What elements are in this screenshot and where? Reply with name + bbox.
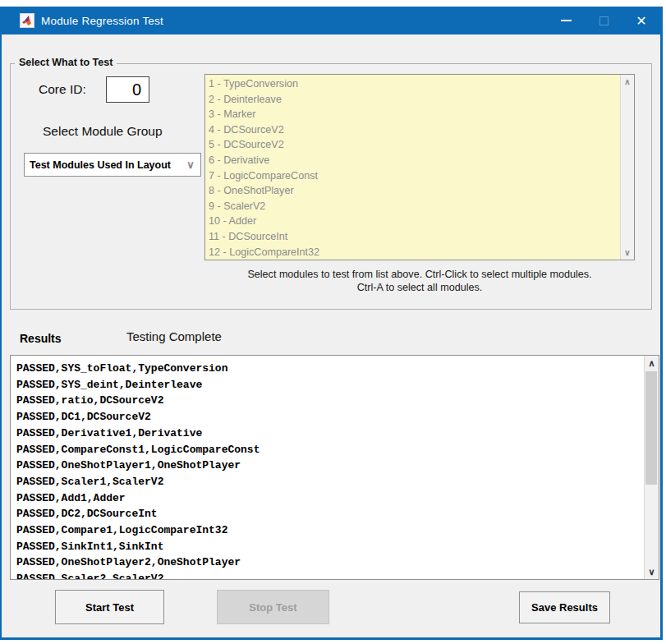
results-label: Results <box>20 332 62 345</box>
module-list-items: 1 - TypeConversion2 - Deinterleave3 - Ma… <box>205 75 620 260</box>
chevron-down-icon: ∨ <box>181 154 200 176</box>
module-list-item[interactable]: 7 - LogicCompareConst <box>209 168 620 184</box>
scroll-down-icon[interactable]: ∨ <box>621 246 634 260</box>
module-list-item[interactable]: 6 - Derivative <box>209 153 620 168</box>
save-results-button[interactable]: Save Results <box>519 591 610 623</box>
module-list-item[interactable]: 2 - Deinterleave <box>209 92 620 108</box>
module-list-item[interactable]: 11 - DCSourceInt <box>209 229 620 245</box>
scrollbar-thumb[interactable] <box>645 371 657 485</box>
module-group-dropdown[interactable]: Test Modules Used In Layout ∨ <box>24 153 201 177</box>
result-row[interactable]: PASSED,ratio,DCSourceV2 <box>16 393 644 409</box>
module-list-item[interactable]: 9 - ScalerV2 <box>209 199 620 214</box>
help-line-2: Ctrl-A to select all modules. <box>188 282 651 295</box>
module-list-item[interactable]: 10 - Adder <box>209 214 620 229</box>
module-list-item[interactable]: 12 - LogicCompareInt32 <box>209 245 620 260</box>
result-row[interactable]: PASSED,Scaler2,ScalerV2 <box>16 571 644 579</box>
result-row[interactable]: PASSED,Add1,Adder <box>16 490 644 507</box>
testing-status-text: Testing Complete <box>126 329 222 343</box>
results-listbox[interactable]: PASSED,SYS_toFloat,TypeConversionPASSED,… <box>10 355 659 580</box>
results-list-items: PASSED,SYS_toFloat,TypeConversionPASSED,… <box>11 356 644 579</box>
result-row[interactable]: PASSED,Derivative1,Derivative <box>16 426 644 442</box>
result-row[interactable]: PASSED,SYS_deint,Deinterleave <box>16 377 644 393</box>
help-line-1: Select modules to test from list above. … <box>188 269 651 282</box>
result-row[interactable]: PASSED,OneShotPlayer1,OneShotPlayer <box>16 458 644 474</box>
result-row[interactable]: PASSED,DC1,DCSourceV2 <box>16 409 644 426</box>
result-row[interactable]: PASSED,SinkInt1,SinkInt <box>16 539 644 555</box>
module-group-label: Select Module Group <box>43 124 163 139</box>
scroll-up-icon[interactable]: ∧ <box>621 75 634 89</box>
module-list-item[interactable]: 3 - Marker <box>209 107 620 122</box>
group-legend: Select What to Test <box>15 57 117 68</box>
results-scrollbar[interactable]: ∧ ∨ <box>644 356 659 579</box>
core-id-label: Core ID: <box>39 82 86 97</box>
module-list-item[interactable]: 8 - OneShotPlayer <box>209 183 620 199</box>
result-row[interactable]: PASSED,OneShotPlayer2,OneShotPlayer <box>16 554 644 571</box>
module-list-help-text: Select modules to test from list above. … <box>188 269 651 294</box>
core-id-input[interactable]: 0 <box>106 76 149 103</box>
module-regression-test-window: Module Regression Test ✕ Select What to … <box>0 7 663 640</box>
minimize-button[interactable] <box>547 7 585 34</box>
module-list-item[interactable]: 1 - TypeConversion <box>209 76 620 92</box>
result-row[interactable]: PASSED,Compare1,LogicCompareInt32 <box>16 522 644 539</box>
module-list-item[interactable]: 5 - DCSourceV2 <box>209 137 620 153</box>
result-row[interactable]: PASSED,Scaler1,ScalerV2 <box>16 474 644 490</box>
module-list-scrollbar[interactable]: ∧ ∨ <box>620 75 634 260</box>
title-bar[interactable]: Module Regression Test ✕ <box>2 7 660 34</box>
minimize-icon <box>561 20 572 21</box>
maximize-button[interactable] <box>585 7 622 34</box>
scroll-down-icon[interactable]: ∨ <box>645 564 659 579</box>
result-row[interactable]: PASSED,DC2,DCSourceInt <box>16 506 644 522</box>
desktop-background: Module Regression Test ✕ Select What to … <box>0 0 666 644</box>
module-list-item[interactable]: 4 - DCSourceV2 <box>209 122 620 138</box>
scroll-up-icon[interactable]: ∧ <box>645 356 659 370</box>
result-row[interactable]: PASSED,SYS_toFloat,TypeConversion <box>16 361 644 377</box>
module-group-selected-value: Test Modules Used In Layout <box>25 159 181 171</box>
maximize-icon <box>599 16 609 25</box>
window-title: Module Regression Test <box>41 15 163 27</box>
close-button[interactable]: ✕ <box>622 7 660 34</box>
start-test-button[interactable]: Start Test <box>55 590 164 624</box>
matlab-icon <box>20 13 34 28</box>
module-listbox[interactable]: 1 - TypeConversion2 - Deinterleave3 - Ma… <box>204 74 635 260</box>
result-row[interactable]: PASSED,CompareConst1,LogicCompareConst <box>16 442 644 458</box>
window-controls: ✕ <box>547 7 660 34</box>
stop-test-button: Stop Test <box>217 590 329 624</box>
